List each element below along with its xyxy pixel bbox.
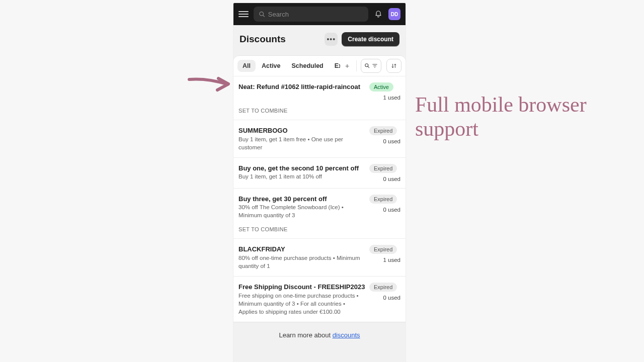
usage-count: 1 used [383,95,400,101]
create-discount-button[interactable]: Create discount [342,32,399,46]
search-icon [364,63,370,69]
tab-all[interactable]: All [237,60,256,72]
discount-row[interactable]: Buy one, get the second 10 percent offBu… [233,158,406,189]
tabs-row: AllActiveScheduledExpired + [233,56,406,76]
search-input[interactable] [268,11,363,18]
avatar[interactable]: DD [388,8,400,20]
discount-title: Buy three, get 30 percent off [238,195,365,204]
header-actions: ••• Create discount [325,32,399,46]
discount-row[interactable]: BLACKFRIDAY80% off one-time purchase pro… [233,239,406,277]
menu-icon[interactable] [238,9,249,19]
usage-count: 0 used [383,207,400,213]
add-tab-button[interactable]: + [342,62,352,70]
status-badge: Expired [369,195,397,204]
svg-line-3 [368,66,369,67]
discount-subtitle: Buy 1 item, get 1 item at 10% off [238,172,365,180]
page-header: Discounts ••• Create discount [233,25,406,55]
sort-button[interactable] [386,59,401,73]
discount-subtitle: 80% off one-time purchase products • Min… [238,254,365,270]
filter-icon [372,63,378,69]
sort-icon [391,63,397,69]
tab-scheduled[interactable]: Scheduled [287,60,329,72]
discount-row[interactable]: SUMMERBOGOBuy 1 item, get 1 item free • … [233,120,406,158]
usage-count: 1 used [383,257,400,263]
discount-row[interactable]: Buy three, get 30 percent off30% off The… [233,189,406,239]
usage-count: 0 used [383,138,400,144]
more-actions-button[interactable]: ••• [325,33,338,46]
tab-active[interactable]: Active [257,60,286,72]
tabs: AllActiveScheduledExpired [237,60,340,72]
discount-title: Free Shipping Discount - FREESHIP2023 [238,283,365,292]
status-badge: Expired [369,245,397,254]
annotation-arrow [187,74,231,95]
topbar: DD [233,3,406,25]
usage-count: 0 used [383,176,400,182]
discount-row[interactable]: Free Shipping Discount - FREESHIP2023Fre… [233,277,406,322]
discount-subtitle: Free shipping on one-time purchase produ… [238,292,365,316]
notifications-icon[interactable] [373,9,383,19]
divider [356,60,357,71]
status-badge: Expired [369,126,397,135]
status-badge: Expired [369,164,397,173]
tab-expired[interactable]: Expired [330,60,340,72]
combine-label: SET TO COMBINE [238,108,400,114]
discount-title: SUMMERBOGO [238,126,365,135]
discount-subtitle: 30% off The Complete Snowboard (Ice) • M… [238,203,365,219]
combine-label: SET TO COMBINE [238,226,400,232]
learn-more: Learn more about discounts [233,322,406,348]
usage-count: 0 used [383,295,400,301]
search-icon [259,11,265,18]
status-badge: Expired [369,283,397,292]
discounts-card: AllActiveScheduledExpired + Neat: Refund… [233,55,406,322]
page-title: Discounts [239,34,286,45]
mobile-viewport: DD Discounts ••• Create discount AllActi… [233,3,406,362]
discount-title: Neat: Refund #1062 little-rapid-raincoat [238,82,365,92]
learn-more-prefix: Learn more about [279,331,332,339]
discount-subtitle: Buy 1 item, get 1 item free • One use pe… [238,135,365,151]
svg-point-0 [260,12,264,16]
status-badge: Active [369,82,393,92]
discount-title: Buy one, get the second 10 percent off [238,164,365,173]
discount-list: Neat: Refund #1062 little-rapid-raincoat… [233,76,406,322]
search-filter-button[interactable] [361,59,381,73]
annotation-text: Full mobile browser support [415,93,644,141]
dots-icon: ••• [327,36,336,43]
search-input-wrapper[interactable] [254,7,368,22]
svg-line-1 [263,16,265,17]
discount-row[interactable]: Neat: Refund #1062 little-rapid-raincoat… [233,76,406,120]
discounts-help-link[interactable]: discounts [333,331,360,339]
discount-title: BLACKFRIDAY [238,245,365,254]
